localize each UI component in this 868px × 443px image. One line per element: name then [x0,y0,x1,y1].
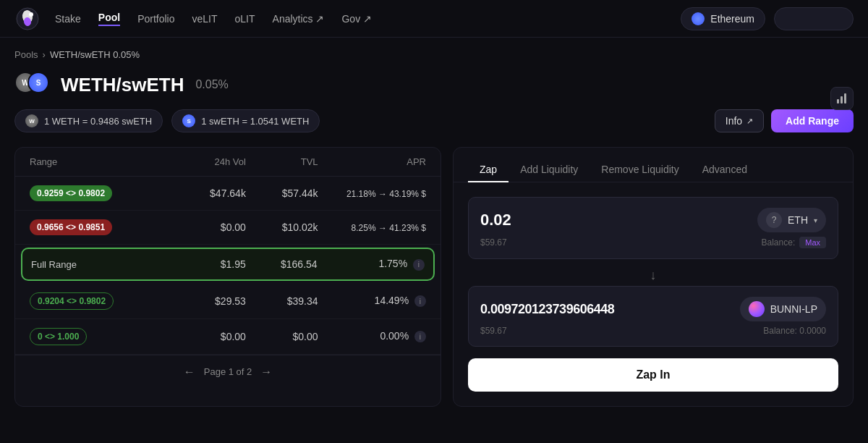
breadcrumb-pools-link[interactable]: Pools [14,49,38,60]
output-token-label: BUNNI-LP [770,303,817,315]
token-selector[interactable]: ? ETH ▾ [757,208,826,232]
nav-links: Stake Pool Portfolio veLIT oLIT Analytic… [55,12,681,26]
eth-icon [692,12,705,25]
nav-portfolio[interactable]: Portfolio [137,13,174,25]
svg-rect-4 [837,99,839,104]
apr-info-icon[interactable]: i [414,295,426,307]
sweth-price-icon: S [182,114,195,127]
tab-advanced[interactable]: Advanced [691,158,759,182]
token-label: ETH [788,214,808,226]
table-row[interactable]: 0.9259 <> 0.9802 $47.64k $57.44k 21.18% … [15,177,441,211]
output-balance-row: $59.67 Balance: 0.0000 [480,326,826,336]
output-balance-label: Balance: 0.0000 [763,326,826,336]
prev-page-button[interactable]: ← [184,366,195,379]
swap-arrow: ↓ [468,268,838,283]
bunni-icon [749,301,765,317]
col-apr: APR [318,156,426,167]
page-info: Page 1 of 2 [204,366,252,377]
row-tvl: $0.00 [246,331,318,342]
connect-wallet-button[interactable] [774,7,854,30]
range-badge: 0.9259 <> 0.9802 [30,185,112,201]
table-row-highlighted[interactable]: Full Range $1.95 $166.54 1.75% i [21,248,435,281]
nav-pool[interactable]: Pool [98,12,120,26]
output-row: 0.0097201237396064​48 BUNNI-LP [480,297,826,321]
svg-rect-6 [844,93,846,104]
row-vol: $0.00 [174,222,246,233]
table-row[interactable]: 0.9204 <> 0.9802 $29.53 $39.34 14.49% i [15,284,441,319]
input-row: ? ETH ▾ [480,208,826,232]
token-question-icon: ? [766,212,782,228]
sweth-icon: S [27,72,49,93]
tab-add-liquidity[interactable]: Add Liquidity [509,158,590,182]
network-selector[interactable]: Ethereum [681,7,765,30]
add-range-button[interactable]: Add Range [771,109,854,132]
output-group: 0.0097201237396064​48 BUNNI-LP $59.67 Ba… [468,286,838,347]
nav-analytics[interactable]: Analytics ↗ [273,13,325,25]
output-usd-value: $59.67 [480,326,507,336]
price-weth: W 1 WETH = 0.9486 swETH [14,109,163,132]
svg-point-3 [29,12,33,17]
next-page-button[interactable]: → [260,366,272,379]
apr-info-icon[interactable]: i [414,331,426,342]
breadcrumb-current: WETH/swETH 0.05% [50,49,140,60]
nav-velit[interactable]: veLIT [192,13,218,25]
tab-zap[interactable]: Zap [468,158,509,182]
amount-input[interactable] [480,211,567,229]
apr-info-icon[interactable]: i [413,259,425,271]
network-label: Ethereum [710,13,754,25]
row-tvl: $39.34 [246,295,318,307]
nav-olit[interactable]: oLIT [235,13,255,25]
row-apr: 0.00% i [318,330,426,343]
info-button[interactable]: Info ↗ [715,109,764,132]
col-tvl: TVL [246,156,318,167]
row-apr: 21.18% → 43.19% $ [318,187,426,199]
table-row[interactable]: 0 <> 1.000 $0.00 $0.00 0.00% i [15,319,441,355]
main-content: Pools › WETH/swETH 0.05% W S WETH/swETH … [0,38,868,418]
row-tvl: $57.44k [246,187,318,199]
zap-panel: Zap Add Liquidity Remove Liquidity Advan… [453,147,854,407]
output-amount: 0.0097201237396064​48 [480,302,614,317]
pool-name: WETH/swETH [61,74,184,96]
input-usd-value: $59.67 [480,237,507,248]
logo[interactable] [14,6,41,32]
pool-fee: 0.05% [195,78,228,91]
row-vol: $29.53 [174,295,246,307]
chevron-down-icon: ▾ [814,216,817,224]
range-badge: 0.9656 <> 0.9851 [30,219,112,235]
price-sweth: S 1 swETH = 1.0541 WETH [171,109,320,132]
zap-in-label: Zap In [636,368,670,381]
range-badge: 0.9204 <> 0.9802 [30,292,114,310]
table-header: Range 24h Vol TVL APR [15,148,441,177]
row-tvl: $10.02k [246,222,318,233]
panel-tabs: Zap Add Liquidity Remove Liquidity Advan… [454,148,853,182]
zap-in-button[interactable]: Zap In [468,358,838,392]
full-range-row-wrapper: Full Range $1.95 $166.54 1.75% i [15,245,441,284]
add-range-label: Add Range [786,115,839,127]
max-button[interactable]: Max [799,237,826,248]
nav-stake[interactable]: Stake [55,13,81,25]
table-row[interactable]: 0.9656 <> 0.9851 $0.00 $10.02k 8.25% → 4… [15,211,441,245]
ranges-table: Range 24h Vol TVL APR 0.9259 <> 0.9802 $… [14,147,441,407]
balance-label: Balance: [762,237,796,248]
col-vol: 24h Vol [174,156,246,167]
weth-price-icon: W [25,114,38,127]
analytics-button[interactable] [830,87,854,110]
panel-body: ? ETH ▾ $59.67 Balance: Max ↓ [454,182,853,406]
token-icons: W S [14,72,52,98]
row-vol: $0.00 [174,331,246,342]
price-weth-label: 1 WETH = 0.9486 swETH [44,116,152,127]
tab-remove-liquidity[interactable]: Remove Liquidity [590,158,690,182]
row-apr: 14.49% i [318,295,426,308]
nav-gov[interactable]: Gov ↗ [341,13,372,25]
range-badge: 0 <> 1.000 [30,328,87,345]
info-label: Info [726,115,742,127]
navigation: Stake Pool Portfolio veLIT oLIT Analytic… [0,0,868,38]
input-group: ? ETH ▾ $59.67 Balance: Max [468,197,838,259]
svg-rect-5 [841,96,843,104]
row-vol: $47.64k [174,187,246,199]
external-link-icon: ↗ [746,117,753,126]
price-bar: W 1 WETH = 0.9486 swETH S 1 swETH = 1.05… [14,109,854,132]
price-sweth-label: 1 swETH = 1.0541 WETH [201,116,309,127]
row-apr: 1.75% i [318,258,425,271]
range-badge-full: Full Range [31,259,77,270]
